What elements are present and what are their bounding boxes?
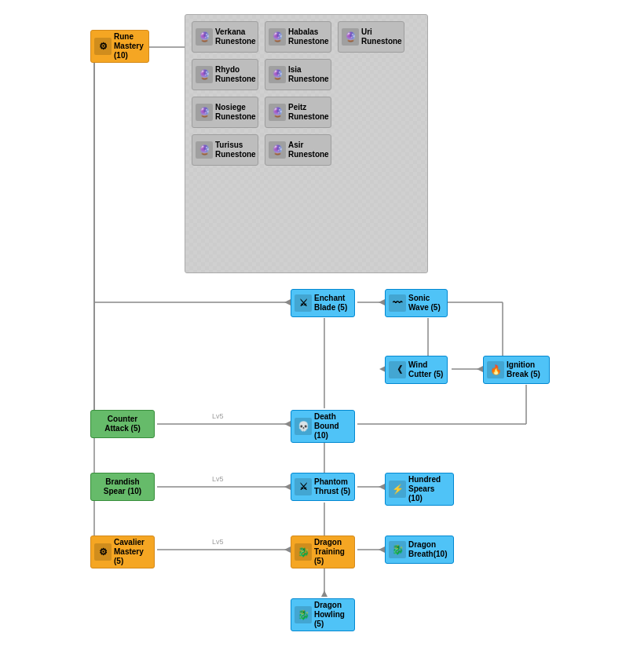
- nosiege-icon: 🔮: [196, 104, 213, 121]
- hundred-spears-node[interactable]: ⚡ HundredSpears (10): [385, 473, 454, 506]
- wind-cutter-icon: 《: [389, 361, 406, 378]
- brandish-spear-label: BrandishSpear (10): [94, 477, 151, 496]
- svg-marker-30: [379, 547, 385, 553]
- counter-attack-node[interactable]: CounterAttack (5): [90, 410, 155, 438]
- phantom-thrust-node[interactable]: ⚔ PhantomThrust (5): [291, 473, 355, 501]
- brandish-spear-node[interactable]: BrandishSpear (10): [90, 473, 155, 501]
- asir-node[interactable]: 🔮 AsirRunestone: [265, 134, 331, 166]
- uri-node[interactable]: 🔮 UriRunestone: [338, 21, 404, 53]
- dragon-howling-icon: 🐉: [295, 606, 312, 623]
- svg-marker-23: [379, 299, 385, 305]
- ignition-break-label: IgnitionBreak (5): [507, 360, 540, 379]
- counter-attack-label: CounterAttack (5): [94, 415, 151, 433]
- svg-marker-25: [477, 366, 483, 372]
- uri-label: UriRunestone: [361, 27, 402, 46]
- cavalier-mastery-node[interactable]: ⚙ CavalierMastery (5): [90, 536, 155, 568]
- svg-marker-29: [284, 547, 291, 553]
- wind-cutter-node[interactable]: 《 WindCutter (5): [385, 356, 448, 384]
- svg-marker-27: [284, 484, 291, 490]
- dragon-breath-icon: 🐉: [389, 541, 406, 558]
- cavalier-mastery-icon: ⚙: [94, 543, 112, 561]
- diagram-container: Lv5 Lv5 Lv5 ⚙ Rune Mastery (10) 🔮 Verkan…: [0, 0, 644, 658]
- death-bound-node[interactable]: 💀 DeathBound (10): [291, 410, 355, 443]
- sonic-wave-node[interactable]: 〰 SonicWave (5): [385, 289, 448, 317]
- wind-cutter-label: WindCutter (5): [408, 360, 443, 379]
- svg-text:Lv5: Lv5: [212, 412, 224, 420]
- uri-icon: 🔮: [342, 28, 359, 46]
- peitz-icon: 🔮: [269, 104, 286, 121]
- svg-text:Lv5: Lv5: [212, 538, 224, 546]
- rune-mastery-node[interactable]: ⚙ Rune Mastery (10): [90, 30, 149, 63]
- rune-mastery-icon: ⚙: [94, 38, 112, 55]
- verkana-node[interactable]: 🔮 VerkanaRunestone: [192, 21, 258, 53]
- rhydo-node[interactable]: 🔮 RhydoRunestone: [192, 59, 258, 90]
- peitz-label: PeitzRunestone: [288, 103, 329, 122]
- isia-node[interactable]: 🔮 IsiaRunestone: [265, 59, 331, 90]
- dragon-breath-label: DragonBreath(10): [408, 540, 447, 559]
- svg-text:Lv5: Lv5: [212, 475, 224, 483]
- enchant-blade-node[interactable]: ⚔ EnchantBlade (5): [291, 289, 355, 317]
- dragon-training-node[interactable]: 🐉 DragonTraining (5): [291, 536, 355, 568]
- habalas-label: HabalasRunestone: [288, 27, 329, 46]
- isia-icon: 🔮: [269, 66, 286, 83]
- habalas-node[interactable]: 🔮 HabalasRunestone: [265, 21, 331, 53]
- dragon-training-icon: 🐉: [295, 543, 312, 561]
- dragon-breath-node[interactable]: 🐉 DragonBreath(10): [385, 536, 454, 564]
- hundred-spears-label: HundredSpears (10): [408, 475, 450, 503]
- nosiege-label: NosiegeRunestone: [215, 103, 256, 122]
- rune-mastery-label: Rune Mastery (10): [114, 32, 145, 60]
- sonic-wave-icon: 〰: [389, 294, 406, 312]
- enchant-blade-label: EnchantBlade (5): [314, 294, 347, 313]
- ignition-break-icon: 🔥: [487, 361, 504, 378]
- svg-marker-28: [379, 484, 385, 490]
- ignition-break-node[interactable]: 🔥 IgnitionBreak (5): [483, 356, 550, 384]
- asir-label: AsirRunestone: [288, 141, 329, 159]
- runestone-panel: 🔮 VerkanaRunestone 🔮 HabalasRunestone 🔮 …: [185, 14, 428, 273]
- dragon-training-label: DragonTraining (5): [314, 538, 351, 566]
- turisus-icon: 🔮: [196, 141, 213, 159]
- turisus-label: TurisusRunestone: [215, 141, 256, 159]
- rhydo-label: RhydoRunestone: [215, 65, 256, 84]
- turisus-node[interactable]: 🔮 TurisusRunestone: [192, 134, 258, 166]
- hundred-spears-icon: ⚡: [389, 481, 406, 498]
- dragon-howling-node[interactable]: 🐉 DragonHowling (5): [291, 598, 355, 631]
- dragon-howling-label: DragonHowling (5): [314, 601, 351, 629]
- phantom-thrust-label: PhantomThrust (5): [314, 477, 350, 496]
- enchant-blade-icon: ⚔: [295, 294, 312, 312]
- isia-label: IsiaRunestone: [288, 65, 329, 84]
- verkana-icon: 🔮: [196, 28, 213, 46]
- phantom-thrust-icon: ⚔: [295, 478, 312, 495]
- death-bound-label: DeathBound (10): [314, 412, 351, 440]
- rhydo-icon: 🔮: [196, 66, 213, 83]
- nosiege-node[interactable]: 🔮 NosiegeRunestone: [192, 97, 258, 128]
- asir-icon: 🔮: [269, 141, 286, 159]
- svg-marker-26: [284, 421, 291, 427]
- verkana-label: VerkanaRunestone: [215, 27, 256, 46]
- peitz-node[interactable]: 🔮 PeitzRunestone: [265, 97, 331, 128]
- cavalier-mastery-label: CavalierMastery (5): [114, 538, 151, 566]
- death-bound-icon: 💀: [295, 418, 312, 435]
- svg-marker-31: [321, 590, 327, 597]
- habalas-icon: 🔮: [269, 28, 286, 46]
- sonic-wave-label: SonicWave (5): [408, 294, 441, 313]
- svg-marker-22: [284, 299, 291, 305]
